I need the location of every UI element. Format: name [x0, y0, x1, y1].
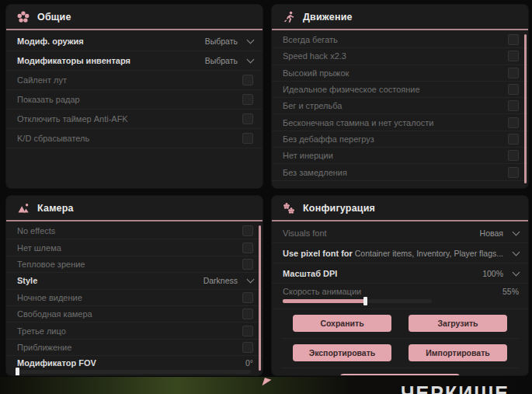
setting-row[interactable]: Нет шлема [6, 239, 263, 256]
panel-movement: Движение Всегда бегать Speed hack x2.3 [272, 5, 528, 188]
checkbox[interactable] [508, 150, 519, 161]
setting-row[interactable]: Speed hack x2.3 [272, 48, 528, 65]
chevron-down-icon [513, 228, 520, 235]
setting-row[interactable]: Высокий прыжок [272, 65, 528, 82]
setting-row[interactable]: Модификатор FOV 0° [6, 356, 263, 375]
dropdown[interactable]: Container items, Inventory, Player flags… [355, 249, 519, 258]
dropdown[interactable]: Выбрать [205, 56, 253, 65]
checkbox[interactable] [508, 34, 519, 45]
setting-row[interactable]: Третье лицо [6, 323, 263, 339]
panel-title: Камера [37, 203, 74, 214]
setting-row[interactable]: Сайлент лут [6, 71, 263, 90]
setting-row[interactable]: Ночное видение [6, 290, 263, 306]
chevron-down-icon [513, 248, 520, 256]
checkbox[interactable] [242, 113, 253, 124]
dropdown-value: 100% [482, 269, 503, 278]
panel-header[interactable]: Общие [6, 5, 263, 30]
checkbox[interactable] [242, 292, 253, 303]
checkbox[interactable] [242, 259, 253, 270]
slider-value: 55% [502, 287, 519, 296]
setting-label: Приближение [17, 343, 71, 352]
checkbox[interactable] [242, 133, 253, 144]
setting-row[interactable]: Свободная камера [6, 306, 263, 323]
scrollbar[interactable] [524, 34, 527, 183]
checkbox[interactable] [508, 100, 519, 111]
checkbox[interactable] [242, 326, 253, 336]
setting-row[interactable]: No effects [6, 223, 263, 239]
slider[interactable] [17, 370, 251, 374]
panel-title: Общие [37, 12, 71, 23]
panel-header[interactable]: Конфигурация [272, 196, 528, 221]
dropdown[interactable]: Darkness [203, 276, 253, 285]
setting-label: Масштаб DPI [283, 269, 337, 278]
setting-label: Style [17, 276, 37, 285]
setting-label: Ночное видение [17, 293, 82, 302]
checkbox[interactable] [508, 134, 519, 145]
setting-row[interactable]: Бег и стрельба [272, 98, 528, 114]
chevron-down-icon [247, 276, 255, 284]
checkbox[interactable] [508, 167, 519, 178]
dropdown-value: Выбрать [205, 37, 238, 46]
setting-row[interactable]: Идеальное физическое состояние [272, 82, 528, 98]
setting-label: Без дебаффа перегруз [283, 134, 374, 144]
slider[interactable] [283, 299, 432, 303]
setting-row[interactable]: Бесконечная стамина и нет усталости [272, 114, 528, 131]
setting-label: Visuals font [283, 228, 327, 238]
setting-row[interactable]: Отключить таймер Anti-AFK [6, 110, 263, 129]
dropdown-value: Новая [480, 228, 503, 238]
gears-icon [283, 202, 295, 214]
reset-menu-layout-button[interactable]: Сброс макета меню [340, 374, 461, 375]
setting-label: Без замедления [283, 168, 347, 177]
setting-label: Модификатор FOV [17, 358, 96, 368]
dropdown[interactable]: Новая [480, 228, 519, 238]
setting-row[interactable]: Нет инерции [272, 148, 528, 164]
panel-title: Конфигурация [303, 203, 375, 214]
flower-icon [17, 11, 30, 23]
setting-label: K/D сбрасыватель [17, 134, 89, 143]
checkbox[interactable] [242, 309, 253, 319]
scrollbar[interactable] [259, 225, 261, 371]
setting-label: Бег и стрельба [283, 101, 342, 110]
slider-handle[interactable] [16, 368, 19, 375]
checkbox[interactable] [242, 242, 253, 253]
setting-label: Всегда бегать [283, 35, 338, 44]
panel-config: Конфигурация Visuals font Новая Use pixe… [272, 196, 528, 375]
checkbox[interactable] [508, 117, 519, 128]
dropdown[interactable]: Выбрать [205, 37, 253, 46]
save-button[interactable]: Сохранить [293, 315, 391, 332]
setting-row[interactable]: Use pixel font for Container items, Inve… [272, 243, 528, 263]
checkbox[interactable] [242, 225, 253, 236]
setting-row[interactable]: Модиф. оружия Выбрать [6, 32, 263, 51]
setting-label: Бесконечная стамина и нет усталости [283, 118, 434, 127]
setting-row[interactable]: Всегда бегать [272, 32, 528, 48]
setting-row[interactable]: Без замедления [272, 164, 528, 180]
setting-row[interactable]: K/D сбрасыватель [6, 129, 263, 148]
dropdown[interactable]: 100% [482, 269, 519, 278]
slider-value: 0° [245, 358, 253, 368]
setting-row[interactable]: Скорость анимации 55% [272, 284, 528, 309]
checkbox[interactable] [508, 84, 519, 95]
setting-row[interactable]: Без дебаффа перегруз [272, 131, 528, 148]
slider-handle[interactable] [363, 297, 367, 305]
checkbox[interactable] [242, 342, 253, 353]
panel-general: Общие Модиф. оружия Выбрать Модификаторы… [6, 5, 263, 188]
setting-row[interactable]: Модификаторы инвентаря Выбрать [6, 51, 263, 71]
checkbox[interactable] [242, 94, 253, 105]
setting-row[interactable]: Style Darkness [6, 273, 263, 289]
setting-row[interactable]: Приближение [6, 340, 263, 356]
checkbox[interactable] [242, 75, 253, 85]
checkbox[interactable] [508, 51, 519, 61]
panel-header[interactable]: Движение [272, 5, 528, 30]
export-button[interactable]: Экспортировать [293, 344, 391, 361]
setting-row[interactable]: Тепловое зрение [6, 256, 263, 273]
load-button[interactable]: Загрузить [409, 315, 507, 332]
setting-row[interactable]: Показать радар [6, 90, 263, 110]
setting-row[interactable]: Visuals font Новая [272, 223, 528, 243]
setting-label: Высокий прыжок [283, 68, 349, 78]
import-button[interactable]: Импортировать [409, 344, 507, 361]
checkbox[interactable] [508, 68, 519, 78]
chevron-down-icon [513, 268, 520, 276]
setting-row[interactable]: Масштаб DPI 100% [272, 263, 528, 284]
slider-fill [283, 299, 365, 303]
panel-header[interactable]: Камера [6, 196, 263, 221]
